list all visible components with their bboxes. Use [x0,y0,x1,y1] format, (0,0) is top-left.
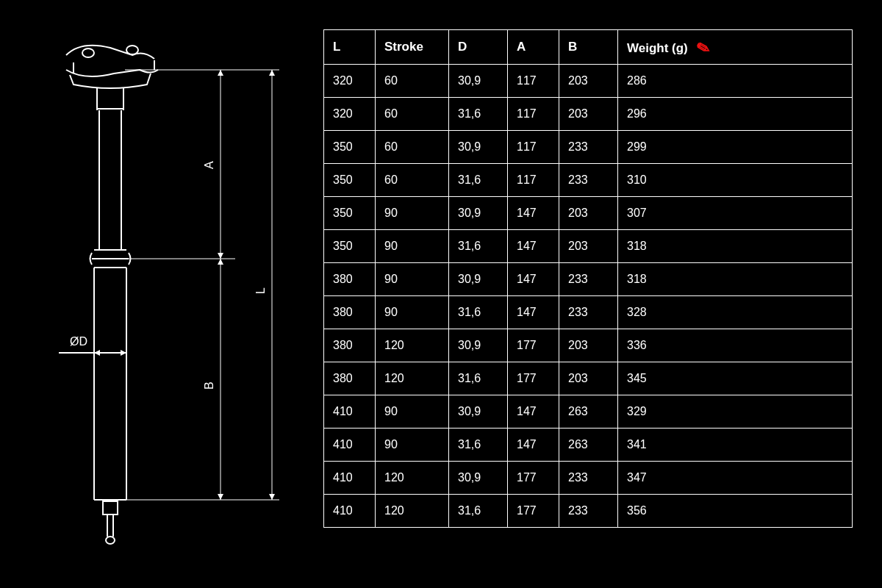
cell-weight: 347 [618,462,853,495]
cell-a: 177 [508,329,559,362]
table-row: 41012031,6177233356 [324,495,853,528]
table-row: 3809031,6147233328 [324,296,853,329]
cell-l: 380 [324,362,376,395]
feather-icon: ✎ [694,37,711,60]
cell-b: 203 [559,230,618,263]
cell-weight: 307 [618,197,853,230]
cell-stroke: 60 [376,65,449,98]
cell-weight: 310 [618,164,853,197]
cell-stroke: 60 [376,131,449,164]
cell-stroke: 120 [376,362,449,395]
cell-b: 203 [559,197,618,230]
cell-stroke: 120 [376,462,449,495]
spec-table: L Stroke D A B Weight (g) ✎ 3206030,9117… [323,29,853,528]
cell-l: 380 [324,296,376,329]
seatpost-svg: ØD A B L [15,29,309,559]
cell-weight: 336 [618,329,853,362]
col-header-a: A [508,30,559,65]
cell-b: 203 [559,362,618,395]
cell-b: 233 [559,263,618,296]
svg-rect-12 [103,501,118,514]
cell-l: 350 [324,131,376,164]
dim-label-b: B [203,381,215,390]
cell-a: 147 [508,263,559,296]
cell-d: 31,6 [449,495,508,528]
cell-stroke: 90 [376,263,449,296]
table-row: 3506031,6117233310 [324,164,853,197]
svg-point-1 [126,46,138,54]
cell-weight: 296 [618,98,853,131]
table-row: 3509031,6147203318 [324,230,853,263]
cell-l: 380 [324,329,376,362]
table-row: 4109030,9147263329 [324,395,853,429]
cell-stroke: 90 [376,429,449,462]
cell-stroke: 60 [376,98,449,131]
dim-label-diameter: ØD [70,335,87,348]
table-row: 3206030,9117203286 [324,65,853,98]
cell-l: 410 [324,429,376,462]
table-row: 3509030,9147203307 [324,197,853,230]
cell-l: 350 [324,197,376,230]
cell-d: 30,9 [449,462,508,495]
cell-weight: 318 [618,263,853,296]
col-header-weight: Weight (g) ✎ [618,30,853,65]
svg-point-0 [82,49,94,57]
cell-l: 320 [324,98,376,131]
cell-b: 263 [559,395,618,429]
cell-stroke: 120 [376,495,449,528]
cell-a: 147 [508,296,559,329]
cell-a: 117 [508,164,559,197]
dim-label-l: L [254,287,267,294]
table-row: 3506030,9117233299 [324,131,853,164]
cell-d: 31,6 [449,362,508,395]
cell-l: 410 [324,495,376,528]
cell-a: 117 [508,98,559,131]
seatpost-diagram: ØD A B L [0,0,309,588]
cell-a: 147 [508,197,559,230]
spec-table-container: L Stroke D A B Weight (g) ✎ 3206030,9117… [309,0,882,528]
cell-a: 147 [508,230,559,263]
cell-a: 177 [508,362,559,395]
table-row: 41012030,9177233347 [324,462,853,495]
cell-a: 147 [508,429,559,462]
dim-label-a: A [203,161,215,169]
cell-weight: 328 [618,296,853,329]
col-header-l: L [324,30,376,65]
cell-d: 31,6 [449,98,508,131]
cell-a: 177 [508,495,559,528]
cell-a: 147 [508,395,559,429]
cell-b: 233 [559,462,618,495]
cell-d: 30,9 [449,329,508,362]
col-header-stroke: Stroke [376,30,449,65]
cell-b: 233 [559,495,618,528]
cell-b: 263 [559,429,618,462]
table-row: 3206031,6117203296 [324,98,853,131]
cell-d: 30,9 [449,65,508,98]
cell-weight: 318 [618,230,853,263]
cell-d: 30,9 [449,197,508,230]
table-row: 3809030,9147233318 [324,263,853,296]
cell-b: 203 [559,329,618,362]
cell-stroke: 90 [376,395,449,429]
cell-l: 410 [324,395,376,429]
cell-stroke: 90 [376,230,449,263]
cell-weight: 345 [618,362,853,395]
col-header-weight-text: Weight (g) [627,41,688,55]
cell-b: 203 [559,98,618,131]
cell-stroke: 60 [376,164,449,197]
cell-l: 320 [324,65,376,98]
svg-point-15 [106,537,115,544]
cell-weight: 286 [618,65,853,98]
cell-weight: 299 [618,131,853,164]
cell-stroke: 90 [376,296,449,329]
cell-a: 117 [508,131,559,164]
cell-a: 117 [508,65,559,98]
col-header-b: B [559,30,618,65]
cell-l: 380 [324,263,376,296]
table-header-row: L Stroke D A B Weight (g) ✎ [324,30,853,65]
table-row: 38012030,9177203336 [324,329,853,362]
cell-d: 31,6 [449,230,508,263]
cell-l: 350 [324,230,376,263]
table-row: 38012031,6177203345 [324,362,853,395]
cell-d: 30,9 [449,131,508,164]
